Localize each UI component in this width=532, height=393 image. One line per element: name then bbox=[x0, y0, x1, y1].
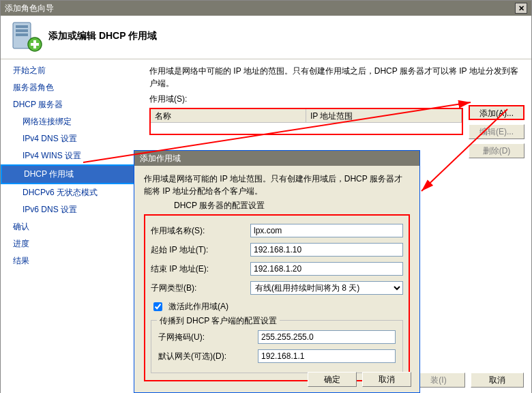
subnet-type-select[interactable]: 有线(租用持续时间将为 8 天) bbox=[250, 281, 403, 295]
sidebar: 开始之前 服务器角色 DHCP 服务器 网络连接绑定 IPv4 DNS 设置 I… bbox=[1, 59, 144, 393]
sidebar-item-result[interactable]: 结果 bbox=[1, 252, 143, 270]
sidebar-item-ipv6-dns[interactable]: IPv6 DNS 设置 bbox=[1, 201, 143, 218]
start-ip-label: 起始 IP 地址(T): bbox=[151, 244, 250, 256]
wizard-footer-buttons: 装(I) 取消 bbox=[412, 373, 524, 388]
add-button[interactable]: 添加(A)... bbox=[469, 105, 524, 120]
sidebar-item-confirm[interactable]: 确认 bbox=[1, 218, 143, 235]
end-ip-label: 结束 IP 地址(E): bbox=[151, 263, 250, 275]
scope-name-label: 作用域名称(S): bbox=[151, 225, 250, 237]
header: 添加或编辑 DHCP 作用域 bbox=[1, 16, 531, 59]
close-icon[interactable]: ✕ bbox=[515, 3, 527, 14]
activate-label: 激活此作用域(A) bbox=[168, 301, 228, 312]
propagate-legend: 传播到 DHCP 客户端的配置设置 bbox=[157, 315, 280, 327]
scope-list-header: 名称 IP 地址范围 bbox=[151, 109, 462, 123]
sidebar-item-server-roles[interactable]: 服务器角色 bbox=[1, 79, 143, 96]
sidebar-item-dhcpv6[interactable]: DHCPv6 无状态模式 bbox=[1, 184, 143, 201]
dialog-title[interactable]: 添加作用域 bbox=[134, 151, 419, 166]
dialog-highlight-area: 作用域名称(S): 起始 IP 地址(T): 结束 IP 地址(E): 子网类型… bbox=[144, 214, 410, 381]
gateway-input[interactable] bbox=[258, 349, 396, 363]
col-range: IP 地址范围 bbox=[306, 109, 462, 122]
subnet-mask-input[interactable] bbox=[258, 330, 396, 344]
content-description: 作用域是网络中可能的 IP 地址的范围。只有创建作用域之后，DHCP 服务器才可… bbox=[149, 65, 524, 89]
dialog-group-label: DHCP 服务器的配置设置 bbox=[174, 200, 410, 212]
propagate-fieldset: 传播到 DHCP 客户端的配置设置 子网掩码(U): 默认网关(可选)(D): bbox=[151, 320, 403, 373]
sidebar-item-dhcp-server[interactable]: DHCP 服务器 bbox=[1, 96, 143, 113]
end-ip-input[interactable] bbox=[250, 262, 403, 276]
gateway-label: 默认网关(可选)(D): bbox=[158, 351, 258, 362]
server-icon bbox=[10, 20, 43, 53]
subnet-mask-label: 子网掩码(U): bbox=[158, 332, 258, 343]
activate-checkbox[interactable] bbox=[153, 302, 162, 311]
svg-rect-6 bbox=[31, 43, 39, 46]
edit-button: 编辑(E)... bbox=[469, 124, 524, 139]
delete-button: 删除(D) bbox=[469, 143, 524, 158]
dialog-ok-button[interactable]: 确定 bbox=[308, 372, 357, 387]
add-scope-dialog: 添加作用域 作用域是网络可能的 IP 地址范围。只有创建作用域后，DHCP 服务… bbox=[134, 150, 420, 393]
start-ip-input[interactable] bbox=[250, 243, 403, 257]
dialog-cancel-button[interactable]: 取消 bbox=[362, 372, 411, 387]
scope-list[interactable]: 名称 IP 地址范围 bbox=[149, 108, 463, 135]
page-title: 添加或编辑 DHCP 作用域 bbox=[48, 30, 157, 42]
svg-rect-1 bbox=[16, 25, 28, 28]
cancel-button[interactable]: 取消 bbox=[471, 373, 524, 388]
scope-list-label: 作用域(S): bbox=[149, 93, 524, 105]
titlebar[interactable]: 添加角色向导 ✕ bbox=[1, 1, 531, 16]
svg-rect-3 bbox=[16, 33, 28, 36]
dialog-description: 作用域是网络可能的 IP 地址范围。只有创建作用域后，DHCP 服务器才能将 I… bbox=[144, 173, 410, 197]
sidebar-item-ipv4-dns[interactable]: IPv4 DNS 设置 bbox=[1, 130, 143, 147]
sidebar-item-ipv4-wins[interactable]: IPv4 WINS 设置 bbox=[1, 147, 143, 164]
sidebar-item-progress[interactable]: 进度 bbox=[1, 235, 143, 252]
col-name: 名称 bbox=[151, 109, 306, 122]
subnet-type-label: 子网类型(B): bbox=[151, 282, 250, 294]
sidebar-item-dhcp-scope[interactable]: DHCP 作用域 bbox=[1, 164, 143, 184]
sidebar-item-before-begin[interactable]: 开始之前 bbox=[1, 62, 143, 79]
window-title: 添加角色向导 bbox=[5, 1, 54, 16]
scope-name-input[interactable] bbox=[250, 224, 403, 237]
sidebar-item-network-binding[interactable]: 网络连接绑定 bbox=[1, 113, 143, 130]
svg-rect-2 bbox=[16, 29, 28, 32]
